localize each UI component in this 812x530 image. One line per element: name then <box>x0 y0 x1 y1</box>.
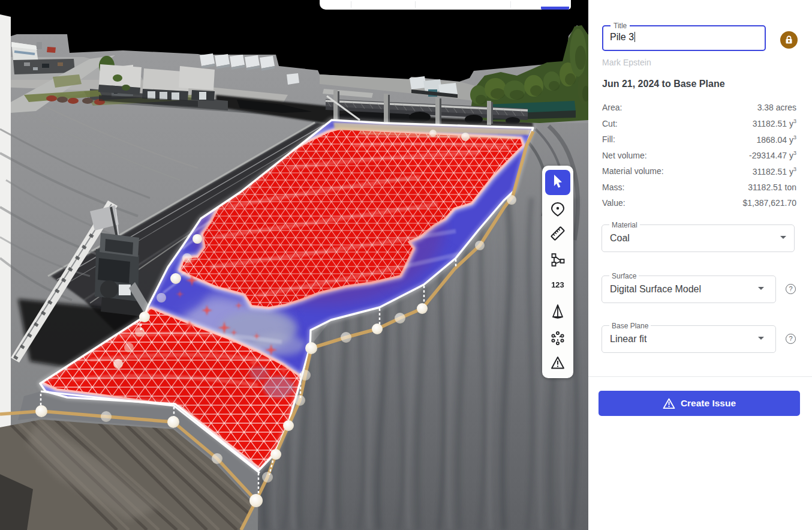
svg-text:123: 123 <box>551 280 564 289</box>
